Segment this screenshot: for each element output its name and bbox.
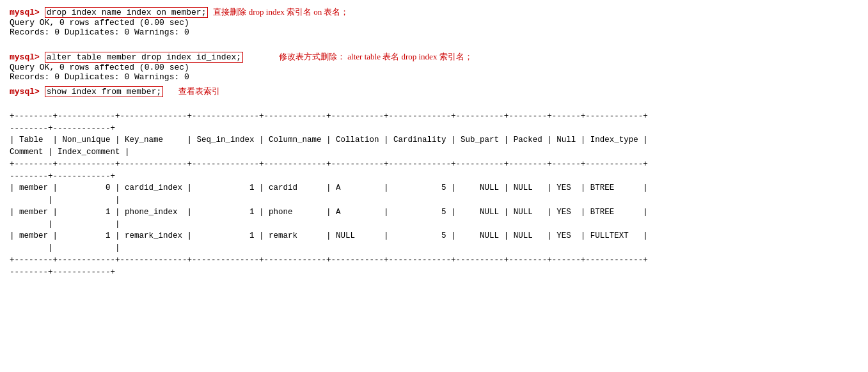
prompt-3: mysql> xyxy=(10,87,40,97)
output-1-0: Query OK, 0 rows affected (0.00 sec) xyxy=(10,18,858,27)
comment-2: 修改表方式删除： alter table 表名 drop index 索引名； xyxy=(279,51,473,63)
table-sep-bottom-1: --------+------------+ xyxy=(10,124,115,133)
command-3: show index from member; xyxy=(45,86,163,97)
cmd-line-1: mysql> drop index name index on member; … xyxy=(10,6,858,18)
table-row-2-line2: | | xyxy=(10,220,120,229)
table-row-2-line1: | member | 1 | phone_index | 1 | phone |… xyxy=(10,208,648,217)
table-row-1-line2: | | xyxy=(10,196,120,205)
prompt-1: mysql> xyxy=(10,8,40,17)
comment-1: 直接删除 drop index 索引名 on 表名； xyxy=(213,6,349,18)
cmd-line-3: mysql> show index from member; 查看表索引 xyxy=(10,86,858,97)
table-output: +--------+------------+--------------+--… xyxy=(10,98,858,290)
output-2-0: Query OK, 0 rows affected (0.00 sec) xyxy=(10,63,858,72)
table-sep-top-1: +--------+------------+--------------+--… xyxy=(10,112,648,121)
output-1-1: Records: 0 Duplicates: 0 Warnings: 0 xyxy=(10,27,858,37)
table-sep-bottom-2: --------+------------+ xyxy=(10,172,115,181)
table-sep-bottom-4: --------+------------+ xyxy=(10,268,115,277)
cmd-line-2: mysql> alter table member drop index id_… xyxy=(10,51,858,63)
table-row-3-line1: | member | 1 | remark_index | 1 | remark… xyxy=(10,231,648,240)
output-2-1: Records: 0 Duplicates: 0 Warnings: 0 xyxy=(10,72,858,82)
section-3: mysql> show index from member; 查看表索引 xyxy=(10,86,858,97)
section-1: mysql> drop index name index on member; … xyxy=(10,6,858,37)
section-2: mysql> alter table member drop index id_… xyxy=(10,51,858,82)
table-sep-bottom-3: +--------+------------+--------------+--… xyxy=(10,256,648,265)
command-1: drop index name index on member; xyxy=(45,7,209,18)
table-header: | Table | Non_unique | Key_name | Seq_in… xyxy=(10,136,648,144)
comment-3: 查看表索引 xyxy=(178,86,220,97)
table-sep-mid-1: +--------+------------+--------------+--… xyxy=(10,160,648,169)
terminal-container: mysql> drop index name index on member; … xyxy=(10,6,858,290)
table-row-3-line2: | | xyxy=(10,244,120,252)
table-row-1-line1: | member | 0 | cardid_index | 1 | cardid… xyxy=(10,183,648,192)
command-2: alter table member drop index id_index; xyxy=(45,52,243,63)
prompt-2: mysql> xyxy=(10,52,40,62)
table-header-comment: Comment | Index_comment | xyxy=(10,148,130,157)
